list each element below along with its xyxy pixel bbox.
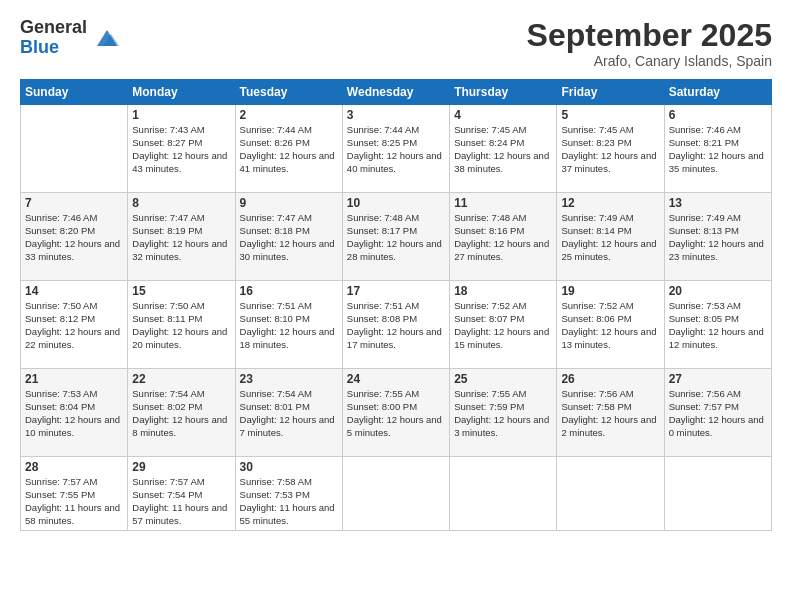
day-number: 25 xyxy=(454,372,552,386)
day-info: Sunrise: 7:53 AM Sunset: 8:04 PM Dayligh… xyxy=(25,388,123,439)
day-number: 8 xyxy=(132,196,230,210)
day-info: Sunrise: 7:52 AM Sunset: 8:06 PM Dayligh… xyxy=(561,300,659,351)
calendar-day-cell: 4Sunrise: 7:45 AM Sunset: 8:24 PM Daylig… xyxy=(450,105,557,193)
day-info: Sunrise: 7:50 AM Sunset: 8:11 PM Dayligh… xyxy=(132,300,230,351)
calendar-day-cell: 8Sunrise: 7:47 AM Sunset: 8:19 PM Daylig… xyxy=(128,193,235,281)
day-number: 20 xyxy=(669,284,767,298)
calendar-day-cell: 9Sunrise: 7:47 AM Sunset: 8:18 PM Daylig… xyxy=(235,193,342,281)
day-info: Sunrise: 7:56 AM Sunset: 7:58 PM Dayligh… xyxy=(561,388,659,439)
main-title: September 2025 xyxy=(527,18,772,53)
day-info: Sunrise: 7:45 AM Sunset: 8:23 PM Dayligh… xyxy=(561,124,659,175)
weekday-header: Sunday xyxy=(21,80,128,105)
day-number: 14 xyxy=(25,284,123,298)
weekday-header: Thursday xyxy=(450,80,557,105)
day-info: Sunrise: 7:46 AM Sunset: 8:21 PM Dayligh… xyxy=(669,124,767,175)
day-info: Sunrise: 7:52 AM Sunset: 8:07 PM Dayligh… xyxy=(454,300,552,351)
day-number: 23 xyxy=(240,372,338,386)
day-number: 17 xyxy=(347,284,445,298)
calendar-day-cell: 15Sunrise: 7:50 AM Sunset: 8:11 PM Dayli… xyxy=(128,281,235,369)
title-block: September 2025 Arafo, Canary Islands, Sp… xyxy=(527,18,772,69)
logo-text: General Blue xyxy=(20,18,87,58)
day-info: Sunrise: 7:54 AM Sunset: 8:02 PM Dayligh… xyxy=(132,388,230,439)
calendar-day-cell: 27Sunrise: 7:56 AM Sunset: 7:57 PM Dayli… xyxy=(664,369,771,457)
logo-icon xyxy=(93,24,121,52)
calendar-week-row: 14Sunrise: 7:50 AM Sunset: 8:12 PM Dayli… xyxy=(21,281,772,369)
day-info: Sunrise: 7:47 AM Sunset: 8:19 PM Dayligh… xyxy=(132,212,230,263)
subtitle: Arafo, Canary Islands, Spain xyxy=(527,53,772,69)
day-number: 3 xyxy=(347,108,445,122)
weekday-header: Tuesday xyxy=(235,80,342,105)
day-info: Sunrise: 7:46 AM Sunset: 8:20 PM Dayligh… xyxy=(25,212,123,263)
calendar-day-cell: 5Sunrise: 7:45 AM Sunset: 8:23 PM Daylig… xyxy=(557,105,664,193)
calendar-day-cell: 6Sunrise: 7:46 AM Sunset: 8:21 PM Daylig… xyxy=(664,105,771,193)
day-number: 5 xyxy=(561,108,659,122)
day-number: 1 xyxy=(132,108,230,122)
calendar-week-row: 28Sunrise: 7:57 AM Sunset: 7:55 PM Dayli… xyxy=(21,457,772,531)
calendar-day-cell: 2Sunrise: 7:44 AM Sunset: 8:26 PM Daylig… xyxy=(235,105,342,193)
day-number: 29 xyxy=(132,460,230,474)
day-number: 13 xyxy=(669,196,767,210)
logo-blue: Blue xyxy=(20,38,87,58)
day-number: 6 xyxy=(669,108,767,122)
calendar-day-cell xyxy=(450,457,557,531)
day-info: Sunrise: 7:43 AM Sunset: 8:27 PM Dayligh… xyxy=(132,124,230,175)
day-number: 30 xyxy=(240,460,338,474)
day-info: Sunrise: 7:51 AM Sunset: 8:08 PM Dayligh… xyxy=(347,300,445,351)
day-info: Sunrise: 7:56 AM Sunset: 7:57 PM Dayligh… xyxy=(669,388,767,439)
day-info: Sunrise: 7:49 AM Sunset: 8:13 PM Dayligh… xyxy=(669,212,767,263)
calendar-day-cell: 19Sunrise: 7:52 AM Sunset: 8:06 PM Dayli… xyxy=(557,281,664,369)
calendar-day-cell: 12Sunrise: 7:49 AM Sunset: 8:14 PM Dayli… xyxy=(557,193,664,281)
logo: General Blue xyxy=(20,18,121,58)
day-number: 24 xyxy=(347,372,445,386)
day-info: Sunrise: 7:57 AM Sunset: 7:55 PM Dayligh… xyxy=(25,476,123,527)
day-info: Sunrise: 7:57 AM Sunset: 7:54 PM Dayligh… xyxy=(132,476,230,527)
calendar-day-cell: 26Sunrise: 7:56 AM Sunset: 7:58 PM Dayli… xyxy=(557,369,664,457)
day-info: Sunrise: 7:44 AM Sunset: 8:26 PM Dayligh… xyxy=(240,124,338,175)
calendar-table: SundayMondayTuesdayWednesdayThursdayFrid… xyxy=(20,79,772,531)
day-info: Sunrise: 7:44 AM Sunset: 8:25 PM Dayligh… xyxy=(347,124,445,175)
calendar-day-cell xyxy=(342,457,449,531)
calendar-day-cell: 1Sunrise: 7:43 AM Sunset: 8:27 PM Daylig… xyxy=(128,105,235,193)
day-number: 7 xyxy=(25,196,123,210)
day-number: 4 xyxy=(454,108,552,122)
calendar-day-cell: 11Sunrise: 7:48 AM Sunset: 8:16 PM Dayli… xyxy=(450,193,557,281)
calendar-day-cell: 21Sunrise: 7:53 AM Sunset: 8:04 PM Dayli… xyxy=(21,369,128,457)
weekday-header: Wednesday xyxy=(342,80,449,105)
day-number: 15 xyxy=(132,284,230,298)
day-number: 9 xyxy=(240,196,338,210)
day-info: Sunrise: 7:55 AM Sunset: 7:59 PM Dayligh… xyxy=(454,388,552,439)
page: General Blue September 2025 Arafo, Canar… xyxy=(0,0,792,612)
header-row: SundayMondayTuesdayWednesdayThursdayFrid… xyxy=(21,80,772,105)
day-info: Sunrise: 7:48 AM Sunset: 8:16 PM Dayligh… xyxy=(454,212,552,263)
day-info: Sunrise: 7:55 AM Sunset: 8:00 PM Dayligh… xyxy=(347,388,445,439)
day-info: Sunrise: 7:51 AM Sunset: 8:10 PM Dayligh… xyxy=(240,300,338,351)
logo-general: General xyxy=(20,18,87,38)
calendar-day-cell xyxy=(21,105,128,193)
calendar-day-cell: 10Sunrise: 7:48 AM Sunset: 8:17 PM Dayli… xyxy=(342,193,449,281)
calendar-day-cell: 23Sunrise: 7:54 AM Sunset: 8:01 PM Dayli… xyxy=(235,369,342,457)
calendar-day-cell: 16Sunrise: 7:51 AM Sunset: 8:10 PM Dayli… xyxy=(235,281,342,369)
calendar-day-cell xyxy=(664,457,771,531)
calendar-day-cell xyxy=(557,457,664,531)
calendar-day-cell: 17Sunrise: 7:51 AM Sunset: 8:08 PM Dayli… xyxy=(342,281,449,369)
day-number: 12 xyxy=(561,196,659,210)
day-info: Sunrise: 7:53 AM Sunset: 8:05 PM Dayligh… xyxy=(669,300,767,351)
day-number: 10 xyxy=(347,196,445,210)
header: General Blue September 2025 Arafo, Canar… xyxy=(20,18,772,69)
calendar-day-cell: 30Sunrise: 7:58 AM Sunset: 7:53 PM Dayli… xyxy=(235,457,342,531)
day-number: 21 xyxy=(25,372,123,386)
weekday-header: Friday xyxy=(557,80,664,105)
calendar-day-cell: 7Sunrise: 7:46 AM Sunset: 8:20 PM Daylig… xyxy=(21,193,128,281)
weekday-header: Saturday xyxy=(664,80,771,105)
calendar-week-row: 7Sunrise: 7:46 AM Sunset: 8:20 PM Daylig… xyxy=(21,193,772,281)
day-info: Sunrise: 7:50 AM Sunset: 8:12 PM Dayligh… xyxy=(25,300,123,351)
day-info: Sunrise: 7:49 AM Sunset: 8:14 PM Dayligh… xyxy=(561,212,659,263)
day-number: 28 xyxy=(25,460,123,474)
weekday-header: Monday xyxy=(128,80,235,105)
day-number: 26 xyxy=(561,372,659,386)
day-number: 2 xyxy=(240,108,338,122)
day-info: Sunrise: 7:58 AM Sunset: 7:53 PM Dayligh… xyxy=(240,476,338,527)
day-info: Sunrise: 7:48 AM Sunset: 8:17 PM Dayligh… xyxy=(347,212,445,263)
calendar-day-cell: 24Sunrise: 7:55 AM Sunset: 8:00 PM Dayli… xyxy=(342,369,449,457)
calendar-week-row: 1Sunrise: 7:43 AM Sunset: 8:27 PM Daylig… xyxy=(21,105,772,193)
